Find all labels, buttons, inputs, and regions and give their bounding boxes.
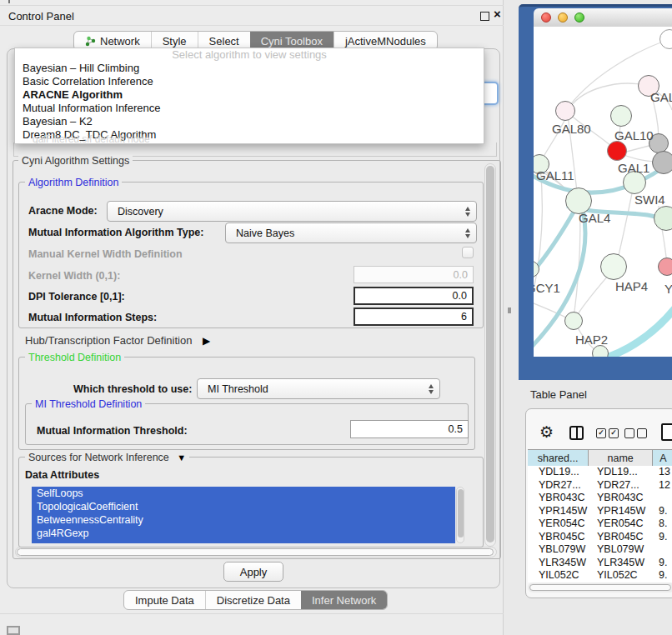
mi-threshold-field[interactable]: 0.5	[350, 420, 469, 438]
network-window-titlebar[interactable]	[534, 8, 672, 28]
table-row[interactable]: YDR27... YDR27... 12	[528, 479, 672, 492]
export-table-icon[interactable]	[661, 423, 672, 441]
cell-shared-name: YDR27...	[528, 479, 589, 492]
manual-kernel-checkbox[interactable]	[462, 247, 474, 258]
algorithm-definition-title: Algorithm Definition	[25, 177, 122, 188]
network-node[interactable]	[564, 312, 583, 330]
divider-handle[interactable]	[508, 308, 511, 313]
attribute-item[interactable]: TopologicalCoefficient	[32, 500, 455, 513]
tab-impute-data-label: Impute Data	[135, 594, 194, 607]
table-row[interactable]: YER054C YER054C 8.	[528, 518, 672, 531]
cell-value: 9.	[654, 505, 672, 518]
table-row[interactable]: YPR145W YPR145W 9.	[528, 505, 672, 518]
table-header-row: shared... name A	[528, 449, 672, 468]
aracne-mode-combo[interactable]: Discovery	[107, 201, 477, 222]
apply-button-label: Apply	[240, 566, 268, 578]
table-row[interactable]: YDL19... YDL19... 13	[528, 466, 672, 479]
table-row[interactable]: YIL052C YIL052C 9.	[528, 569, 672, 582]
algorithm-option[interactable]: Basic Correlation Inference	[15, 75, 484, 88]
algorithm-option[interactable]: Mutual Information Inference	[15, 102, 484, 115]
network-node-red[interactable]	[607, 141, 627, 161]
data-attributes-list: SelfLoops TopologicalCoefficient Between…	[32, 487, 455, 543]
settings-vscrollbar-thumb[interactable]	[486, 166, 494, 542]
mi-type-label: Mutual Information Algorithm Type:	[28, 227, 203, 238]
table-row[interactable]: YBR045C YBR045C 9.	[528, 531, 672, 544]
column-header-partial[interactable]: A	[653, 450, 672, 467]
cell-name: YBR043C	[589, 492, 654, 505]
column-header-shared-name[interactable]: shared...	[528, 450, 589, 467]
cell-name: YDR27...	[589, 479, 654, 492]
tab-impute-data[interactable]: Impute Data	[124, 591, 205, 609]
algorithm-option[interactable]: Bayesian – K2	[15, 115, 484, 128]
close-traffic-light[interactable]	[541, 12, 551, 22]
tab-infer-network[interactable]: Infer Network	[301, 591, 387, 609]
attribute-item[interactable]: gal4RGexp	[32, 527, 455, 540]
table-row[interactable]: YBL079W YBL079W	[528, 543, 672, 557]
network-node[interactable]	[610, 105, 632, 127]
network-node[interactable]	[658, 258, 672, 276]
panel-bottom-line	[0, 613, 504, 614]
screen: Control Panel × Network Style Select Cyn…	[0, 0, 672, 635]
attributes-vscrollbar-thumb[interactable]	[458, 489, 464, 538]
node-label: GAL11	[536, 168, 574, 182]
collapsed-panel-icon[interactable]	[7, 626, 20, 635]
cell-name: YPR145W	[589, 505, 654, 518]
network-canvas[interactable]: GAL GAL80 GAL10 GAL1 GAL11 SWI4 GAL4 GCY…	[534, 27, 672, 357]
mi-type-value: Naive Bayes	[226, 228, 294, 239]
mi-type-combo[interactable]: Naive Bayes	[225, 222, 477, 243]
minimize-traffic-light[interactable]	[558, 12, 568, 22]
network-node[interactable]	[592, 345, 609, 357]
checked-box-icon: ✓	[609, 428, 619, 438]
mi-threshold-group-title: MI Threshold Definition	[32, 398, 145, 410]
table-body: YDL19... YDL19... 13 YDR27... YDR27... 1…	[528, 466, 672, 582]
stepper-icon	[465, 228, 470, 238]
algorithm-option[interactable]: Bayesian – Hill Climbing	[15, 62, 484, 75]
mi-steps-field[interactable]: 6	[354, 308, 474, 326]
hub-definition-toggle[interactable]: Hub/Transcription Factor Definition ▶	[25, 334, 210, 347]
threshold-definition-title: Threshold Definition	[25, 352, 124, 363]
network-node[interactable]	[600, 253, 627, 280]
stepper-icon	[429, 384, 434, 394]
attribute-item[interactable]	[32, 540, 455, 543]
mi-steps-label: Mutual Information Steps:	[28, 312, 157, 323]
zoom-traffic-light[interactable]	[574, 12, 584, 22]
tab-discretize-data[interactable]: Discretize Data	[205, 591, 301, 609]
node-label: SWI4	[634, 192, 665, 207]
cell-name: YIL052C	[589, 569, 654, 582]
table-hscrollbar-thumb[interactable]	[529, 584, 671, 591]
tab-discretize-data-label: Discretize Data	[217, 594, 290, 607]
algorithm-option-selected[interactable]: ARACNE Algorithm	[15, 88, 484, 102]
apply-button[interactable]: Apply	[223, 562, 283, 582]
attribute-item[interactable]: SelfLoops	[32, 487, 455, 500]
show-columns-icon[interactable]	[569, 426, 584, 440]
stepper-icon	[465, 207, 470, 217]
close-window-button[interactable]: ×	[494, 8, 501, 20]
network-node[interactable]	[652, 151, 672, 174]
tab-network-label: Network	[100, 35, 140, 48]
tab-cyni-toolbox-label: Cyni Toolbox	[261, 35, 323, 48]
table-settings-gear-icon[interactable]: ⚙	[539, 423, 554, 440]
attribute-item[interactable]: BetweennessCentrality	[32, 513, 455, 527]
titlebar-bottom-line	[0, 25, 504, 26]
network-node[interactable]	[555, 101, 575, 121]
deselect-all-columns-icon[interactable]	[624, 428, 647, 438]
aracne-mode-label: Aracne Mode:	[28, 205, 98, 217]
table-row[interactable]: YLR345W YLR345W 9.	[528, 557, 672, 570]
hidden-group-stub-left	[13, 142, 14, 156]
table-row[interactable]: YBR043C YBR043C	[528, 492, 672, 505]
select-all-columns-icon[interactable]: ✓ ✓	[596, 428, 619, 438]
control-panel-title: Control Panel	[8, 10, 74, 22]
dpi-tolerance-field[interactable]: 0.0	[354, 287, 474, 305]
sources-toggle[interactable]: Sources for Network Inference ▼	[25, 452, 189, 463]
column-header-name[interactable]: name	[589, 450, 653, 467]
mi-threshold-label: Mutual Information Threshold:	[37, 425, 188, 437]
float-window-button[interactable]	[480, 12, 489, 21]
kernel-width-field[interactable]: 0.0	[354, 266, 474, 283]
algorithm-dropdown-popup: Select algorithm to view settings Bayesi…	[14, 48, 484, 144]
hub-definition-label: Hub/Transcription Factor Definition	[25, 334, 192, 347]
which-threshold-label: Which threshold to use:	[73, 383, 192, 395]
network-node[interactable]	[654, 206, 672, 231]
settings-hscrollbar-thumb[interactable]	[17, 548, 494, 556]
table-panel-window: ⚙ ✓ ✓ shared... name A YDL19... YDL19...…	[525, 408, 672, 598]
which-threshold-combo[interactable]: MI Threshold	[197, 378, 440, 399]
